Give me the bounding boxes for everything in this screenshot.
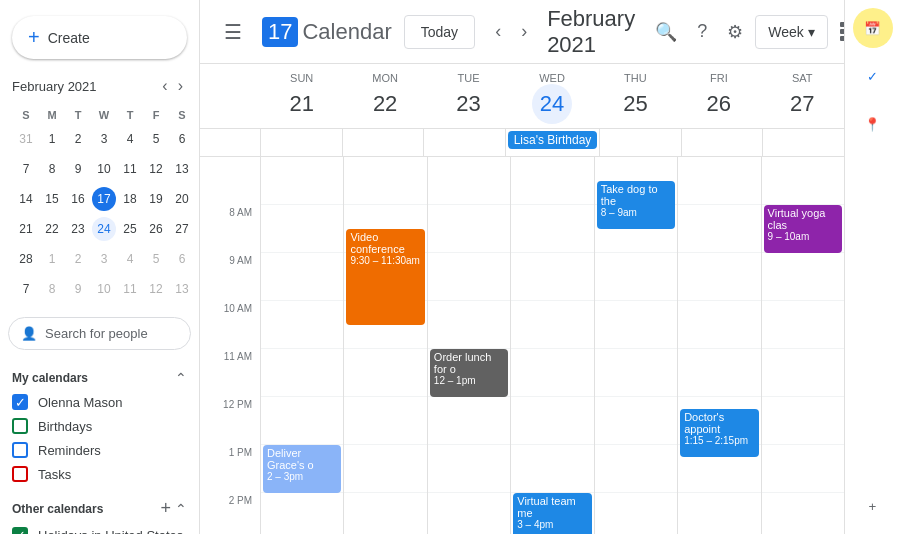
- mini-cal-day[interactable]: 21: [14, 215, 38, 243]
- hour-cell[interactable]: [678, 349, 760, 397]
- hour-cell[interactable]: [511, 301, 593, 349]
- help-button[interactable]: ?: [689, 13, 715, 50]
- hour-cell[interactable]: [678, 253, 760, 301]
- search-people[interactable]: 👤 Search for people: [8, 317, 191, 350]
- mini-cal-day[interactable]: 11: [118, 275, 142, 303]
- other-calendar-item[interactable]: ✓Holidays in United States: [8, 523, 191, 534]
- hour-cell[interactable]: [261, 157, 343, 205]
- allday-cell[interactable]: [423, 129, 505, 156]
- mini-cal-day[interactable]: 3: [92, 125, 116, 153]
- hour-cell[interactable]: [261, 493, 343, 534]
- mini-cal-day[interactable]: 27: [170, 215, 194, 243]
- mini-cal-day[interactable]: 5: [144, 245, 168, 273]
- hour-cell[interactable]: [595, 397, 677, 445]
- mini-cal-day[interactable]: 1: [40, 125, 64, 153]
- mini-cal-day[interactable]: 4: [118, 245, 142, 273]
- hour-cell[interactable]: [678, 205, 760, 253]
- mini-cal-day[interactable]: 6: [170, 245, 194, 273]
- prev-week-button[interactable]: ‹: [487, 15, 509, 48]
- mini-cal-day[interactable]: 3: [92, 245, 116, 273]
- today-button[interactable]: Today: [404, 15, 475, 49]
- hamburger-button[interactable]: ☰: [216, 12, 250, 52]
- mini-cal-day[interactable]: 25: [118, 215, 142, 243]
- mini-cal-day[interactable]: 12: [144, 155, 168, 183]
- my-calendar-item[interactable]: ✓Olenna Mason: [8, 390, 191, 414]
- other-calendars-header[interactable]: Other calendars + ⌃: [8, 494, 191, 523]
- hour-cell[interactable]: [678, 301, 760, 349]
- mini-cal-day[interactable]: 20: [170, 185, 194, 213]
- hour-cell[interactable]: [511, 205, 593, 253]
- day-number[interactable]: 23: [449, 84, 489, 124]
- hour-cell[interactable]: [511, 349, 593, 397]
- hour-cell[interactable]: [511, 157, 593, 205]
- hour-cell[interactable]: [344, 349, 426, 397]
- hour-cell[interactable]: [261, 301, 343, 349]
- mini-cal-day[interactable]: 31: [14, 125, 38, 153]
- mini-cal-day[interactable]: 17: [92, 185, 116, 213]
- mini-cal-day[interactable]: 8: [40, 275, 64, 303]
- mini-cal-day[interactable]: 26: [144, 215, 168, 243]
- hour-cell[interactable]: [261, 397, 343, 445]
- my-calendar-item[interactable]: Birthdays: [8, 414, 191, 438]
- allday-cell[interactable]: Lisa's Birthday: [505, 129, 600, 156]
- mini-cal-day[interactable]: 23: [66, 215, 90, 243]
- other-calendars-add-icon[interactable]: +: [160, 498, 171, 519]
- mini-cal-day[interactable]: 12: [144, 275, 168, 303]
- mini-cal-day[interactable]: 5: [144, 125, 168, 153]
- day-number[interactable]: 26: [699, 84, 739, 124]
- hour-cell[interactable]: [595, 445, 677, 493]
- mini-cal-day[interactable]: 18: [118, 185, 142, 213]
- calendar-event[interactable]: Video conference9:30 – 11:30am: [346, 229, 424, 325]
- hour-cell[interactable]: [261, 253, 343, 301]
- mini-cal-prev[interactable]: ‹: [158, 75, 171, 97]
- mini-cal-day[interactable]: 13: [170, 155, 194, 183]
- allday-cell[interactable]: [260, 129, 342, 156]
- hour-cell[interactable]: [511, 253, 593, 301]
- hour-cell[interactable]: [762, 445, 844, 493]
- right-add-icon[interactable]: +: [853, 486, 893, 526]
- hour-cell[interactable]: [344, 445, 426, 493]
- day-number[interactable]: 24: [532, 84, 572, 124]
- mini-cal-day[interactable]: 9: [66, 275, 90, 303]
- hour-cell[interactable]: [344, 493, 426, 534]
- hour-cell[interactable]: [762, 253, 844, 301]
- hour-cell[interactable]: [344, 157, 426, 205]
- mini-cal-day[interactable]: 28: [14, 245, 38, 273]
- mini-cal-day[interactable]: 10: [92, 155, 116, 183]
- my-calendar-item[interactable]: Tasks: [8, 462, 191, 486]
- hour-cell[interactable]: [678, 157, 760, 205]
- day-number[interactable]: 21: [282, 84, 322, 124]
- hour-cell[interactable]: [511, 397, 593, 445]
- hour-cell[interactable]: [428, 301, 510, 349]
- mini-cal-day[interactable]: 22: [40, 215, 64, 243]
- hour-cell[interactable]: [428, 445, 510, 493]
- day-number[interactable]: 25: [615, 84, 655, 124]
- create-button[interactable]: + Create: [12, 16, 187, 59]
- mini-cal-day[interactable]: 13: [170, 275, 194, 303]
- allday-cell[interactable]: [681, 129, 763, 156]
- hour-cell[interactable]: [595, 493, 677, 534]
- search-button[interactable]: 🔍: [647, 13, 685, 51]
- mini-cal-day[interactable]: 15: [40, 185, 64, 213]
- allday-event[interactable]: Lisa's Birthday: [508, 131, 598, 149]
- mini-cal-day[interactable]: 2: [66, 125, 90, 153]
- hour-cell[interactable]: [762, 493, 844, 534]
- mini-cal-day[interactable]: 8: [40, 155, 64, 183]
- hour-cell[interactable]: [428, 253, 510, 301]
- mini-cal-day[interactable]: 7: [14, 155, 38, 183]
- hour-cell[interactable]: [595, 253, 677, 301]
- hour-cell[interactable]: [595, 301, 677, 349]
- mini-cal-day[interactable]: 9: [66, 155, 90, 183]
- my-calendar-item[interactable]: Reminders: [8, 438, 191, 462]
- hour-cell[interactable]: [595, 349, 677, 397]
- hour-cell[interactable]: [511, 445, 593, 493]
- settings-button[interactable]: ⚙: [719, 13, 751, 51]
- calendar-event[interactable]: Virtual yoga clas9 – 10am: [764, 205, 842, 253]
- hour-cell[interactable]: [762, 157, 844, 205]
- day-number[interactable]: 27: [782, 84, 822, 124]
- mini-cal-day[interactable]: 10: [92, 275, 116, 303]
- next-week-button[interactable]: ›: [513, 15, 535, 48]
- day-number[interactable]: 22: [365, 84, 405, 124]
- mini-cal-day[interactable]: 24: [92, 215, 116, 243]
- right-calendar-icon[interactable]: 📅: [853, 8, 893, 48]
